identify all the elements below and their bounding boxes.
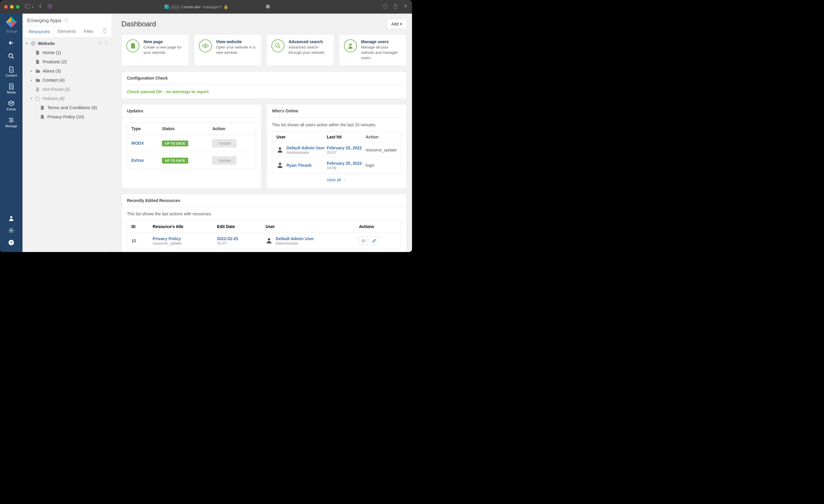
share-icon[interactable] xyxy=(393,4,398,10)
user-name-link[interactable]: Default Admin User xyxy=(276,236,314,241)
downloads-icon[interactable] xyxy=(382,4,388,10)
update-type-link[interactable]: MODX xyxy=(131,141,144,145)
rail-media-button[interactable]: Media xyxy=(0,80,22,97)
back-icon[interactable] xyxy=(39,4,42,9)
view-action-button[interactable] xyxy=(359,237,368,245)
avatar-icon xyxy=(266,237,273,245)
avatar-icon xyxy=(277,146,284,154)
tab-resources[interactable]: Resources xyxy=(25,26,54,37)
svg-text:⋯: ⋯ xyxy=(267,5,269,8)
user-name-link[interactable]: Ryan Thrash xyxy=(287,163,312,168)
main-content: Dashboard Add + New pageCreate a new pag… xyxy=(112,14,412,252)
rail-user-button[interactable] xyxy=(0,213,22,225)
tab-elements[interactable]: Elements xyxy=(54,25,80,37)
user-icon xyxy=(344,39,357,52)
svg-line-13 xyxy=(12,57,14,59)
config-check-panel: Configuration Check Check passed OK - no… xyxy=(121,71,407,99)
tree-item-about[interactable]: ▸About (3) xyxy=(22,66,112,76)
modx-logo-icon[interactable] xyxy=(5,16,17,28)
expand-icon[interactable]: ▸ xyxy=(31,69,34,73)
update-button[interactable]: Update xyxy=(212,139,236,148)
tree-item-products[interactable]: Products (2) xyxy=(22,57,112,66)
update-row: MODX UP TO DATE Update xyxy=(127,135,256,152)
folder-icon xyxy=(35,78,41,82)
collapse-icon[interactable]: ▾ xyxy=(31,97,34,100)
card-advanced-search[interactable]: Advanced searchAdvanced search through y… xyxy=(267,34,334,66)
rail-manage-button[interactable]: Manage xyxy=(0,114,22,131)
resource-title-link[interactable]: Privacy Policy xyxy=(153,236,209,241)
svg-point-32 xyxy=(205,45,206,47)
url-path: /manager/? xyxy=(202,5,222,9)
tree-item-home[interactable]: Home (1) xyxy=(22,48,112,57)
card-new-page[interactable]: New pageCreate a new page for your websi… xyxy=(121,34,189,66)
trash-icon[interactable] xyxy=(100,25,109,37)
whos-online-desc: This list shows all users active within … xyxy=(272,122,401,127)
svg-point-35 xyxy=(349,43,351,46)
maximize-window-icon[interactable] xyxy=(16,5,19,9)
sidebar-toggle-icon[interactable] xyxy=(25,4,30,9)
updates-title: Updates xyxy=(122,104,262,118)
edit-action-button[interactable] xyxy=(370,237,379,245)
tree-item-notfound[interactable]: Not Found (5) xyxy=(22,85,112,94)
chevron-down-icon[interactable]: ▾ xyxy=(32,5,33,9)
svg-point-27 xyxy=(66,20,67,21)
col-action: Action xyxy=(208,123,256,135)
user-name-link[interactable]: Default Admin User xyxy=(287,145,325,150)
refresh-icon[interactable] xyxy=(104,41,108,46)
rail-back-button[interactable] xyxy=(0,37,22,50)
svg-point-12 xyxy=(9,54,13,58)
add-resource-icon[interactable] xyxy=(97,41,102,46)
col-action: Action xyxy=(366,135,397,139)
rail-content-button[interactable]: Content xyxy=(0,63,22,80)
file-icon xyxy=(126,39,139,52)
expand-icon[interactable]: ▸ xyxy=(31,79,34,82)
url-hidden: xxxxx xyxy=(171,5,180,9)
svg-point-3 xyxy=(49,5,51,7)
svg-point-36 xyxy=(279,147,281,150)
eye-icon[interactable] xyxy=(64,18,69,23)
update-row: Extras UP TO DATE Update xyxy=(127,152,256,169)
add-button[interactable]: Add + xyxy=(387,19,407,29)
config-check-title: Configuration Check xyxy=(122,72,406,85)
rail-settings-button[interactable] xyxy=(0,225,22,237)
url-bar[interactable]: xxxxx f.modx.dev/manager/? 🔒 ⋯ xyxy=(53,4,382,10)
view-all-link[interactable]: View all → xyxy=(272,173,401,183)
tree-panel: Emerging Apps Resources Elements Files ▾… xyxy=(22,14,112,252)
collapse-icon[interactable]: ▾ xyxy=(26,42,30,45)
page-icon xyxy=(35,59,41,64)
update-button[interactable]: Update xyxy=(212,156,236,165)
rail-search-button[interactable] xyxy=(0,50,22,63)
svg-point-37 xyxy=(279,163,281,165)
card-view-website[interactable]: View websiteOpen your website in a new w… xyxy=(194,34,262,66)
eye-icon xyxy=(199,39,212,52)
update-type-link[interactable]: Extras xyxy=(131,158,144,163)
svg-line-34 xyxy=(279,47,280,48)
tab-files[interactable]: Files xyxy=(80,25,97,37)
shield-icon[interactable] xyxy=(47,4,53,10)
page-icon xyxy=(40,105,45,110)
tree-item-contact[interactable]: ▸Contact (4) xyxy=(22,76,112,85)
status-badge: UP TO DATE xyxy=(162,140,188,146)
tree-item-privacy[interactable]: Privacy Policy (10) xyxy=(22,112,112,121)
svg-text:?: ? xyxy=(10,240,12,245)
close-window-icon[interactable] xyxy=(4,5,8,9)
col-editdate: Edit Date xyxy=(213,221,262,233)
rail-help-button[interactable]: ? xyxy=(0,237,22,249)
reader-icon[interactable]: ⋯ xyxy=(266,4,270,10)
rail-extras-button[interactable]: Extras xyxy=(0,97,22,114)
online-user-row: Ryan Thrash February 25, 202219:59 login xyxy=(272,158,401,173)
new-tab-icon[interactable] xyxy=(403,4,408,10)
card-manage-users[interactable]: Manage usersManage all your website and … xyxy=(339,34,407,66)
tree-root-website[interactable]: ▾ Website xyxy=(22,39,112,48)
search-icon xyxy=(272,39,285,52)
updates-panel: Updates Type Status Action MODX UP TO DA… xyxy=(121,104,262,188)
tree-item-terms[interactable]: Terms and Conditions (9) xyxy=(22,103,112,112)
svg-marker-11 xyxy=(11,22,17,28)
minimize-window-icon[interactable] xyxy=(10,5,14,9)
svg-point-33 xyxy=(276,43,279,47)
tree-item-policies[interactable]: ▾Policies (8) xyxy=(22,94,112,103)
col-user: User xyxy=(262,221,355,233)
folder-icon xyxy=(35,69,41,73)
tree-root-label: Website xyxy=(38,41,97,46)
site-favicon-icon xyxy=(165,5,169,9)
